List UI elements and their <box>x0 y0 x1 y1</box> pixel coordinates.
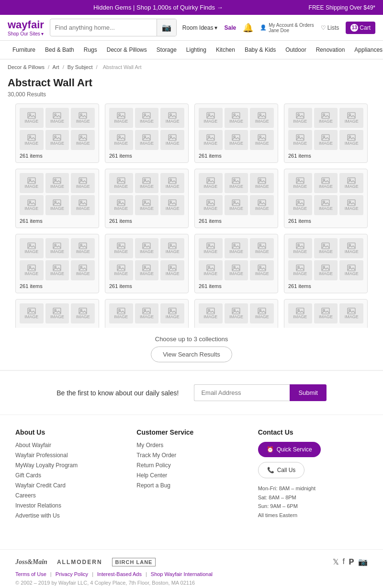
collection-card[interactable]: IMAGE IMAGE IMAGE <box>194 299 278 328</box>
footer-link-gift-cards[interactable]: Gift Cards <box>15 472 125 479</box>
product-thumb: IMAGE <box>288 173 312 193</box>
collection-card[interactable]: IMAGE IMAGE IMAGE IMAGE IMAGE IMAGE 261 … <box>105 169 189 228</box>
collection-card[interactable]: IMAGE IMAGE IMAGE IMAGE IMAGE IMAGE 261 … <box>194 169 278 228</box>
breadcrumb-decor[interactable]: Decor & Pillows <box>8 64 45 70</box>
main-nav: Furniture Bed & Bath Rugs Decor & Pillow… <box>0 41 383 59</box>
nav-lighting[interactable]: Lighting <box>181 41 211 59</box>
banner-promo[interactable]: Hidden Gems | Shop 1,000s of Quirky Find… <box>8 4 309 11</box>
footer-link-return[interactable]: Return Policy <box>136 462 246 469</box>
svg-rect-110 <box>143 243 151 249</box>
collection-card[interactable]: IMAGE IMAGE IMAGE <box>15 299 99 328</box>
nav-bed-bath[interactable]: Bed & Bath <box>40 41 79 59</box>
product-thumb: IMAGE <box>20 195 44 215</box>
interest-ads-link[interactable]: Interest-Based Ads <box>97 571 142 577</box>
footer-link-report-bug[interactable]: Report a Bug <box>136 482 246 489</box>
collection-card[interactable]: IMAGE IMAGE IMAGE IMAGE IMAGE IMAGE 261 … <box>105 234 189 293</box>
product-thumb: IMAGE <box>20 260 44 280</box>
svg-rect-64 <box>169 178 176 184</box>
nav-furniture[interactable]: Furniture <box>8 41 40 59</box>
newsletter-submit-button[interactable]: Submit <box>290 384 326 401</box>
twitter-icon[interactable]: 𝕏 <box>333 557 339 566</box>
room-ideas-button[interactable]: Room Ideas ▾ <box>182 24 218 31</box>
nav-rugs[interactable]: Rugs <box>79 41 102 59</box>
collection-card[interactable]: IMAGE IMAGE IMAGE IMAGE IMAGE IMAGE 261 … <box>194 104 278 163</box>
nav-decor-pillows[interactable]: Decor & Pillows <box>102 41 152 59</box>
nav-storage[interactable]: Storage <box>152 41 181 59</box>
call-us-button[interactable]: 📞 Call Us <box>258 462 305 478</box>
collection-card[interactable]: IMAGE IMAGE IMAGE IMAGE IMAGE IMAGE 261 … <box>105 104 189 163</box>
collection-card[interactable]: IMAGE IMAGE IMAGE IMAGE IMAGE IMAGE 261 … <box>284 169 368 228</box>
footer-link-track-order[interactable]: Track My Order <box>136 452 246 459</box>
svg-rect-14 <box>143 113 151 118</box>
footer-link-careers[interactable]: Careers <box>15 492 125 499</box>
notifications-bell[interactable]: 🔔 <box>243 23 253 33</box>
svg-rect-26 <box>233 113 240 118</box>
brand-joss-main[interactable]: Joss&Main <box>15 558 47 566</box>
nav-kitchen[interactable]: Kitchen <box>211 41 240 59</box>
footer-link-advertise[interactable]: Advertise with Us <box>15 512 125 519</box>
breadcrumb-by-subject[interactable]: By Subject <box>68 64 93 70</box>
collection-card[interactable]: IMAGE IMAGE IMAGE IMAGE IMAGE IMAGE 261 … <box>284 104 368 163</box>
svg-rect-92 <box>322 200 330 206</box>
collection-card[interactable]: IMAGE IMAGE IMAGE IMAGE IMAGE IMAGE 261 … <box>15 169 99 228</box>
collections-row-4: IMAGE IMAGE IMAGE IMAGE IMAGE IMAGE IMAG… <box>8 299 375 328</box>
footer-link-about-wayfair[interactable]: About Wayfair <box>15 442 125 449</box>
footer-link-myway[interactable]: MyWay Loyalty Program <box>15 462 125 469</box>
nav-baby-kids[interactable]: Baby & Kids <box>240 41 281 59</box>
facebook-icon[interactable]: f <box>343 557 345 566</box>
breadcrumb-art[interactable]: Art <box>53 64 59 70</box>
svg-rect-150 <box>117 308 125 314</box>
product-thumb: IMAGE <box>45 173 69 193</box>
copyright: © 2002 – 2019 by Wayfair LLC, 4 Copley P… <box>15 580 368 586</box>
sale-link[interactable]: Sale <box>224 24 236 31</box>
svg-rect-32 <box>233 135 240 140</box>
search-input[interactable] <box>50 20 157 35</box>
footer-link-help[interactable]: Help Center <box>136 472 246 479</box>
svg-rect-94 <box>348 200 355 206</box>
footer-link-my-orders[interactable]: My Orders <box>136 442 246 449</box>
svg-rect-18 <box>117 135 125 140</box>
collection-card[interactable]: IMAGE IMAGE IMAGE <box>284 299 368 328</box>
brand-birch-lane[interactable]: BIRCH LANE <box>112 558 156 566</box>
footer-link-professional[interactable]: Wayfair Professional <box>15 452 125 459</box>
product-thumb: IMAGE <box>135 238 159 258</box>
svg-rect-50 <box>54 178 61 184</box>
collection-count: 261 items <box>288 153 363 159</box>
collection-card[interactable]: IMAGE IMAGE IMAGE IMAGE IMAGE IMAGE 261 … <box>284 234 368 293</box>
instagram-icon[interactable]: 📷 <box>358 557 368 566</box>
brand-allmodern[interactable]: ALLMODERN <box>57 559 102 565</box>
account-menu[interactable]: 👤 My Account & Orders Jane Doe <box>260 23 314 33</box>
lists-button[interactable]: ♡ Lists <box>321 24 339 31</box>
cart-button[interactable]: 13 Cart <box>346 22 375 34</box>
footer-link-investor[interactable]: Investor Relations <box>15 502 125 509</box>
quick-service-button[interactable]: ⏰ Quick Service <box>258 442 321 457</box>
collection-count: 261 items <box>109 153 184 159</box>
pinterest-icon[interactable]: 𝗣 <box>349 557 354 566</box>
logo[interactable]: wayfair Shop Our Sites ▾ <box>8 19 44 36</box>
view-search-button[interactable]: View Search Results <box>151 346 232 362</box>
brand-logos: Joss&Main ALLMODERN BIRCH LANE <box>15 558 156 566</box>
privacy-link[interactable]: Privacy Policy <box>56 571 88 577</box>
product-thumb: IMAGE <box>109 260 133 280</box>
collection-card[interactable]: IMAGE IMAGE IMAGE IMAGE IMAGE IMAGE 261 … <box>15 104 99 163</box>
svg-rect-166 <box>348 308 355 314</box>
nav-renovation[interactable]: Renovation <box>311 41 350 59</box>
terms-link[interactable]: Terms of Use <box>15 571 46 577</box>
product-thumb: IMAGE <box>20 238 44 258</box>
svg-rect-70 <box>169 200 176 206</box>
product-thumb: IMAGE <box>45 260 69 280</box>
product-thumb: IMAGE <box>20 130 44 150</box>
newsletter-email-input[interactable] <box>194 384 290 401</box>
footer-link-credit-card[interactable]: Wayfair Credit Card <box>15 482 125 489</box>
product-thumb: IMAGE <box>135 303 159 323</box>
svg-rect-52 <box>79 178 87 184</box>
collection-card[interactable]: IMAGE IMAGE IMAGE IMAGE IMAGE IMAGE 261 … <box>15 234 99 293</box>
collection-card[interactable]: IMAGE IMAGE IMAGE <box>105 299 189 328</box>
collection-card[interactable]: IMAGE IMAGE IMAGE IMAGE IMAGE IMAGE 261 … <box>194 234 278 293</box>
camera-search-button[interactable]: 📷 <box>157 19 176 36</box>
nav-outdoor[interactable]: Outdoor <box>281 41 311 59</box>
nav-appliances[interactable]: Appliances <box>349 41 383 59</box>
product-thumb: IMAGE <box>71 260 95 280</box>
svg-rect-98 <box>54 243 61 249</box>
international-link[interactable]: Shop Wayfair International <box>151 571 213 577</box>
